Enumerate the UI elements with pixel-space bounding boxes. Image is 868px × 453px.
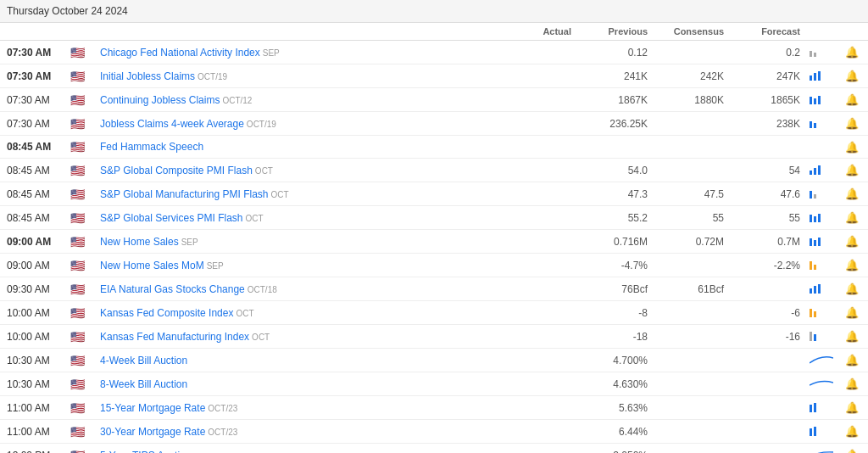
svg-rect-19 bbox=[814, 240, 816, 246]
country-flag: 🇺🇸 bbox=[70, 117, 100, 131]
bell-button[interactable]: 🔔 bbox=[843, 425, 861, 438]
event-name-cell: Chicago Fed National Activity IndexSEP bbox=[100, 47, 495, 59]
svg-rect-33 bbox=[814, 427, 816, 436]
event-period: SEP bbox=[263, 48, 280, 58]
event-period: OCT/18 bbox=[248, 285, 277, 294]
event-link[interactable]: 8-Week Bill Auction bbox=[100, 378, 187, 390]
bell-button[interactable]: 🔔 bbox=[843, 259, 861, 271]
chart-icon bbox=[800, 258, 843, 272]
svg-rect-10 bbox=[810, 171, 812, 175]
bell-button[interactable]: 🔔 bbox=[843, 70, 861, 82]
forecast-value: 1865K bbox=[724, 94, 800, 106]
country-flag: 🇺🇸 bbox=[70, 235, 100, 249]
bell-button[interactable]: 🔔 bbox=[843, 378, 861, 390]
svg-rect-12 bbox=[818, 165, 821, 175]
chart-icon bbox=[800, 377, 843, 391]
event-link[interactable]: S&P Global Composite PMI Flash bbox=[100, 165, 253, 176]
event-name-cell: EIA Natural Gas Stocks ChangeOCT/18 bbox=[100, 283, 495, 295]
table-row: 10:30 AM🇺🇸4-Week Bill Auction4.700%🔔 bbox=[0, 349, 868, 372]
bell-button[interactable]: 🔔 bbox=[843, 401, 861, 414]
event-time: 07:30 AM bbox=[7, 47, 70, 59]
chart-icon bbox=[800, 45, 843, 59]
country-flag: 🇺🇸 bbox=[70, 449, 100, 454]
previous-value: 1867K bbox=[571, 94, 648, 106]
event-link[interactable]: Initial Jobless Claims bbox=[100, 70, 195, 82]
event-link[interactable]: Kansas Fed Manufacturing Index bbox=[100, 331, 249, 343]
event-time: 11:00 AM bbox=[7, 426, 70, 438]
event-link[interactable]: 5-Year TIPS Auction bbox=[100, 450, 191, 454]
col-forecast-header: Forecast bbox=[724, 26, 800, 36]
svg-rect-0 bbox=[810, 51, 812, 57]
country-flag: 🇺🇸 bbox=[70, 187, 100, 201]
col-previous-header: Previous bbox=[571, 26, 648, 36]
previous-value: 55.2 bbox=[571, 212, 648, 224]
country-flag: 🇺🇸 bbox=[70, 354, 100, 367]
event-link[interactable]: New Home Sales MoM bbox=[100, 260, 204, 271]
consensus-value: 55 bbox=[648, 212, 724, 224]
previous-value: -18 bbox=[571, 331, 648, 343]
table-row: 10:00 AM🇺🇸Kansas Fed Manufacturing Index… bbox=[0, 325, 868, 349]
event-link[interactable]: 4-Week Bill Auction bbox=[100, 355, 187, 366]
svg-rect-7 bbox=[818, 96, 821, 104]
previous-value: 2.050% bbox=[571, 450, 648, 454]
event-link[interactable]: S&P Global Manufacturing PMI Flash bbox=[100, 188, 269, 200]
event-link[interactable]: Continuing Jobless Claims bbox=[100, 94, 220, 106]
svg-rect-24 bbox=[814, 286, 816, 294]
event-link[interactable]: S&P Global Services PMI Flash bbox=[100, 212, 243, 224]
bell-button[interactable]: 🔔 bbox=[843, 187, 861, 200]
forecast-value: 54 bbox=[724, 165, 800, 176]
event-link[interactable]: Jobless Claims 4-week Average bbox=[100, 118, 244, 130]
bell-button[interactable]: 🔔 bbox=[843, 306, 861, 319]
bell-button[interactable]: 🔔 bbox=[843, 93, 861, 106]
table-row: 09:00 AM🇺🇸New Home Sales MoMSEP-4.7%-2.2… bbox=[0, 254, 868, 277]
svg-rect-9 bbox=[814, 123, 816, 128]
table-row: 10:30 AM🇺🇸8-Week Bill Auction4.630%🔔 bbox=[0, 372, 868, 396]
bell-button[interactable]: 🔔 bbox=[843, 117, 861, 130]
table-row: 09:00 AM🇺🇸New Home SalesSEP0.716M0.72M0.… bbox=[0, 230, 868, 254]
table-row: 10:00 AM🇺🇸Kansas Fed Composite IndexOCT-… bbox=[0, 301, 868, 325]
bell-button[interactable]: 🔔 bbox=[843, 449, 861, 453]
event-period: OCT/23 bbox=[208, 404, 237, 413]
country-flag: 🇺🇸 bbox=[70, 401, 100, 415]
event-period: OCT/23 bbox=[208, 428, 237, 437]
svg-rect-3 bbox=[814, 73, 816, 81]
bell-button[interactable]: 🔔 bbox=[843, 235, 861, 248]
bell-button[interactable]: 🔔 bbox=[843, 282, 861, 295]
svg-rect-28 bbox=[810, 332, 812, 341]
event-name-cell: New Home Sales MoMSEP bbox=[100, 260, 495, 271]
svg-rect-5 bbox=[810, 97, 812, 104]
svg-rect-29 bbox=[814, 334, 816, 341]
svg-rect-4 bbox=[818, 71, 821, 81]
previous-value: 236.25K bbox=[571, 118, 648, 130]
bell-button[interactable]: 🔔 bbox=[843, 141, 861, 154]
event-link[interactable]: Kansas Fed Composite Index bbox=[100, 307, 233, 319]
consensus-value: 61Bcf bbox=[648, 283, 724, 295]
event-link[interactable]: Chicago Fed National Activity Index bbox=[100, 47, 260, 59]
event-link[interactable]: 15-Year Mortgage Rate bbox=[100, 402, 205, 414]
svg-rect-25 bbox=[818, 284, 821, 294]
column-headers: Actual Previous Consensus Forecast bbox=[0, 23, 868, 41]
event-time: 08:45 AM bbox=[7, 212, 70, 224]
event-link[interactable]: EIA Natural Gas Stocks Change bbox=[100, 283, 245, 295]
event-time: 07:30 AM bbox=[7, 70, 70, 82]
bell-button[interactable]: 🔔 bbox=[843, 354, 861, 366]
event-name-cell: 30-Year Mortgage RateOCT/23 bbox=[100, 426, 495, 438]
chart-icon bbox=[800, 305, 843, 320]
bell-button[interactable]: 🔔 bbox=[843, 211, 861, 224]
event-link[interactable]: 30-Year Mortgage Rate bbox=[100, 426, 205, 438]
event-link[interactable]: New Home Sales bbox=[100, 236, 179, 248]
svg-rect-16 bbox=[814, 216, 816, 222]
event-period: OCT bbox=[252, 333, 270, 342]
bell-button[interactable]: 🔔 bbox=[843, 164, 861, 176]
svg-rect-2 bbox=[810, 76, 812, 81]
forecast-value: 247K bbox=[724, 70, 800, 82]
svg-rect-27 bbox=[814, 311, 816, 317]
event-time: 08:45 AM bbox=[7, 165, 70, 176]
previous-value: 6.44% bbox=[571, 426, 648, 438]
svg-rect-1 bbox=[814, 53, 816, 57]
bell-button[interactable]: 🔔 bbox=[843, 330, 861, 343]
col-actual-header: Actual bbox=[495, 26, 571, 36]
event-link[interactable]: Fed Hammack Speech bbox=[100, 141, 203, 153]
event-name-cell: 4-Week Bill Auction bbox=[100, 355, 495, 366]
bell-button[interactable]: 🔔 bbox=[843, 46, 861, 59]
